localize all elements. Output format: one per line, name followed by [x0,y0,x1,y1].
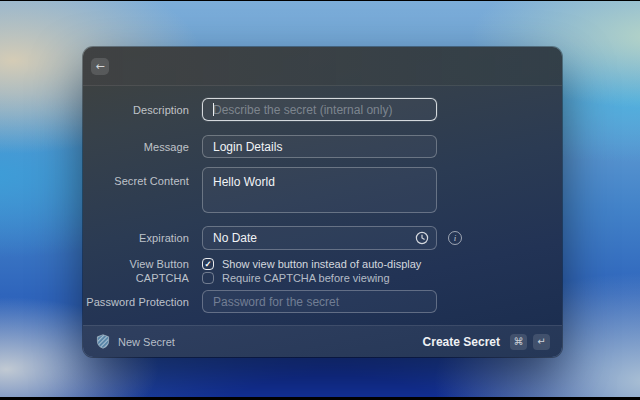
captcha-checkbox[interactable]: ✓ [202,272,214,284]
create-secret-label: Create Secret [423,335,500,349]
expiration-row: Expiration i [83,226,562,250]
password-protection-label: Password Protection [83,296,189,308]
create-secret-button[interactable]: Create Secret ⌘ ↵ [423,334,550,350]
view-button-row: View Button ✓ Show view button instead o… [83,257,562,271]
message-row: Message [83,135,562,158]
password-protection-row: Password Protection [83,290,562,313]
expiration-label: Expiration [83,232,189,244]
desktop: ← Description Message Secret C [0,0,640,400]
command-key-icon: ⌘ [510,334,527,350]
window-footer: New Secret Create Secret ⌘ ↵ [83,325,562,357]
captcha-label: CAPTCHA [83,272,189,284]
new-secret-form: Description Message Secret Content Hello… [83,86,562,325]
view-button-label: View Button [83,258,189,270]
description-label: Description [83,104,189,116]
message-label: Message [83,141,189,153]
back-arrow-icon: ← [95,60,104,73]
captcha-option-text: Require CAPTCHA before viewing [222,272,390,284]
text-caret [213,103,214,116]
description-field [202,98,437,121]
view-button-checkbox[interactable]: ✓ [202,258,214,270]
new-secret-window: ← Description Message Secret C [83,47,562,357]
description-row: Description [83,98,562,121]
window-titlebar: ← [83,47,562,86]
password-protection-field [202,290,437,313]
message-input[interactable] [203,136,436,157]
return-key-icon: ↵ [533,334,550,350]
secret-content-label: Secret Content [83,167,189,187]
footer-app-identity: New Secret [96,334,175,349]
captcha-row: CAPTCHA ✓ Require CAPTCHA before viewing [83,271,562,285]
clock-icon[interactable] [415,231,429,245]
back-button[interactable]: ← [91,58,109,75]
expiration-input[interactable] [203,227,436,249]
secret-content-row: Secret Content Hello World [83,167,562,213]
info-icon[interactable]: i [448,231,462,245]
description-input[interactable] [203,99,436,120]
shield-icon [96,334,110,349]
app-title: New Secret [118,336,175,348]
view-button-option-text: Show view button instead of auto-display [222,258,421,270]
message-field [202,135,437,158]
secret-content-textarea[interactable]: Hello World [203,168,436,212]
secret-content-field: Hello World [202,167,437,213]
expiration-field[interactable] [202,226,437,250]
password-protection-input[interactable] [203,291,436,312]
check-icon: ✓ [204,259,211,269]
